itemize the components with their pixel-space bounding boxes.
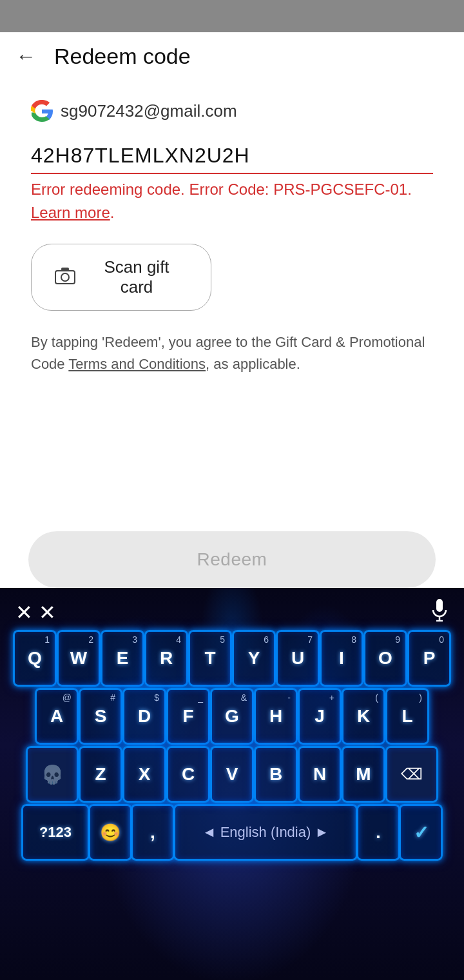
key-N[interactable]: N [300,748,340,801]
content-area: sg9072432@gmail.com Error redeeming code… [0,81,464,391]
key-num-switch[interactable]: ?123 [23,806,88,859]
key-T[interactable]: 5T [190,632,230,685]
key-D[interactable]: $D [124,690,164,743]
key-comma[interactable]: , [133,806,173,859]
key-W[interactable]: 2W [59,632,99,685]
key-Y[interactable]: 6Y [234,632,274,685]
keyboard-rows: 1Q 2W 3E 4R 5T 6Y 7U 8I 9O 0P @A #S $D _… [0,632,464,801]
key-A[interactable]: @A [37,690,77,743]
keyboard-mic-icon[interactable] [430,598,449,627]
key-J[interactable]: +J [300,690,340,743]
key-H[interactable]: -H [256,690,296,743]
error-message: Error redeeming code. Error Code: PRS-PG… [31,178,433,224]
key-S[interactable]: #S [81,690,121,743]
key-emoji[interactable]: 😊 [90,806,130,859]
key-I[interactable]: 8I [322,632,362,685]
backspace-key[interactable]: ⌫ [387,748,436,801]
status-bar [0,0,464,32]
key-V[interactable]: V [212,748,252,801]
svg-rect-2 [61,268,69,271]
keyboard-top-row: ✕ ✕ [0,588,464,632]
key-L[interactable]: )L [387,690,427,743]
key-period[interactable]: . [358,806,398,859]
keyboard-tools-icon[interactable]: ✕ ✕ [15,600,56,625]
shift-key[interactable]: 💀 [28,748,77,801]
keyboard-row-1: 1Q 2W 3E 4R 5T 6Y 7U 8I 9O 0P [5,632,459,685]
code-input-wrapper[interactable] [31,140,433,174]
keyboard-bottom-row: ?123 😊 , ◄ English (India) ► . ✓ [0,806,464,859]
redeem-area: Redeem [0,531,464,588]
key-Z[interactable]: Z [81,748,121,801]
key-E[interactable]: 3E [102,632,142,685]
svg-rect-3 [436,599,443,612]
key-U[interactable]: 7U [278,632,318,685]
key-space[interactable]: ◄ English (India) ► [175,806,356,859]
redeem-button[interactable]: Redeem [28,531,436,588]
scan-gift-card-label: Scan gift card [86,257,188,297]
key-R[interactable]: 4R [146,632,186,685]
key-B[interactable]: B [256,748,296,801]
key-K[interactable]: (K [343,690,383,743]
top-nav: ← Redeem code [0,32,464,81]
page-title: Redeem code [54,44,191,69]
keyboard: ✕ ✕ 1Q 2W 3E 4R 5T 6Y 7U 8I [0,588,464,980]
svg-point-1 [61,273,69,281]
key-M[interactable]: M [343,748,383,801]
terms-link[interactable]: Terms and Conditions [68,356,206,372]
code-input[interactable] [31,140,433,174]
keyboard-row-3: 💀 Z X C V B N M ⌫ [5,748,459,801]
account-row: sg9072432@gmail.com [31,100,433,122]
key-P[interactable]: 0P [409,632,449,685]
key-enter[interactable]: ✓ [401,806,441,859]
error-period: . [110,204,115,221]
keyboard-row-2: @A #S $D _F &G -H +J (K )L [5,690,459,743]
camera-icon [55,266,75,289]
key-F[interactable]: _F [168,690,208,743]
learn-more-link[interactable]: Learn more [31,204,110,221]
key-Q[interactable]: 1Q [15,632,55,685]
key-G[interactable]: &G [212,690,252,743]
back-button[interactable]: ← [15,44,36,68]
key-X[interactable]: X [124,748,164,801]
error-text: Error redeeming code. Error Code: PRS-PG… [31,181,412,198]
key-O[interactable]: 9O [365,632,405,685]
key-C[interactable]: C [168,748,208,801]
google-logo-icon [31,100,53,122]
scan-gift-card-button[interactable]: Scan gift card [31,244,211,311]
account-email: sg9072432@gmail.com [61,101,237,121]
terms-suffix: , as applicable. [206,356,300,372]
terms-text: By tapping 'Redeem', you agree to the Gi… [31,331,433,375]
